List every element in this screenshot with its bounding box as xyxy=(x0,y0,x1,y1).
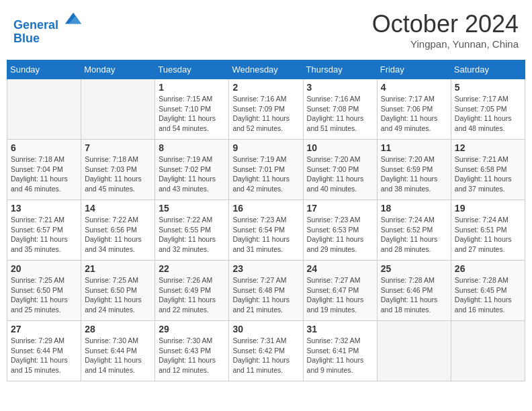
day-info: Sunrise: 7:22 AMSunset: 6:55 PMDaylight:… xyxy=(159,215,225,255)
calendar-cell: 30Sunrise: 7:31 AMSunset: 6:42 PMDayligh… xyxy=(229,321,303,381)
day-number: 3 xyxy=(307,82,373,93)
weekday-header-tuesday: Tuesday xyxy=(155,60,229,79)
day-number: 13 xyxy=(11,203,77,214)
calendar-week-5: 27Sunrise: 7:29 AMSunset: 6:44 PMDayligh… xyxy=(7,321,525,381)
calendar-cell: 1Sunrise: 7:15 AMSunset: 7:10 PMDaylight… xyxy=(155,79,229,140)
day-number: 25 xyxy=(381,263,447,274)
day-number: 7 xyxy=(85,142,151,153)
calendar-cell xyxy=(451,321,525,381)
calendar-cell xyxy=(81,79,155,140)
calendar-cell: 12Sunrise: 7:21 AMSunset: 6:58 PMDayligh… xyxy=(451,140,525,200)
calendar-table: SundayMondayTuesdayWednesdayThursdayFrid… xyxy=(7,60,525,381)
calendar-cell: 5Sunrise: 7:17 AMSunset: 7:05 PMDaylight… xyxy=(451,79,525,140)
day-info: Sunrise: 7:16 AMSunset: 7:09 PMDaylight:… xyxy=(232,94,299,134)
day-info: Sunrise: 7:27 AMSunset: 6:48 PMDaylight:… xyxy=(232,275,299,315)
calendar-week-3: 13Sunrise: 7:21 AMSunset: 6:57 PMDayligh… xyxy=(7,200,525,261)
logo-general: General xyxy=(13,18,58,32)
location: Yingpan, Yunnan, China xyxy=(372,38,519,50)
day-info: Sunrise: 7:26 AMSunset: 6:49 PMDaylight:… xyxy=(159,275,225,315)
calendar-cell xyxy=(7,79,81,140)
day-number: 28 xyxy=(85,324,151,334)
day-info: Sunrise: 7:23 AMSunset: 6:53 PMDaylight:… xyxy=(307,215,373,255)
day-number: 31 xyxy=(307,324,373,334)
day-info: Sunrise: 7:30 AMSunset: 6:44 PMDaylight:… xyxy=(85,336,151,375)
day-info: Sunrise: 7:17 AMSunset: 7:05 PMDaylight:… xyxy=(455,94,521,134)
day-info: Sunrise: 7:22 AMSunset: 6:56 PMDaylight:… xyxy=(85,215,151,255)
day-info: Sunrise: 7:24 AMSunset: 6:52 PMDaylight:… xyxy=(381,215,447,255)
calendar-cell: 21Sunrise: 7:25 AMSunset: 6:50 PMDayligh… xyxy=(81,261,155,321)
calendar-week-1: 1Sunrise: 7:15 AMSunset: 7:10 PMDaylight… xyxy=(7,79,525,140)
day-info: Sunrise: 7:20 AMSunset: 7:00 PMDaylight:… xyxy=(307,154,373,194)
calendar-week-2: 6Sunrise: 7:18 AMSunset: 7:04 PMDaylight… xyxy=(7,140,525,200)
day-number: 19 xyxy=(455,203,521,214)
calendar-cell: 31Sunrise: 7:32 AMSunset: 6:41 PMDayligh… xyxy=(303,321,377,381)
calendar-cell: 20Sunrise: 7:25 AMSunset: 6:50 PMDayligh… xyxy=(7,261,81,321)
day-info: Sunrise: 7:19 AMSunset: 7:01 PMDaylight:… xyxy=(232,154,299,194)
day-info: Sunrise: 7:18 AMSunset: 7:04 PMDaylight:… xyxy=(11,154,77,194)
day-number: 23 xyxy=(232,263,299,274)
calendar-cell: 4Sunrise: 7:17 AMSunset: 7:06 PMDaylight… xyxy=(377,79,451,140)
day-number: 6 xyxy=(11,142,77,153)
day-info: Sunrise: 7:29 AMSunset: 6:44 PMDaylight:… xyxy=(11,336,77,375)
day-number: 24 xyxy=(307,263,373,274)
day-number: 10 xyxy=(307,142,373,153)
logo-blue: Blue xyxy=(13,32,83,46)
weekday-header-friday: Friday xyxy=(377,60,451,79)
day-info: Sunrise: 7:25 AMSunset: 6:50 PMDaylight:… xyxy=(85,275,151,315)
calendar-cell xyxy=(377,321,451,381)
calendar-cell: 9Sunrise: 7:19 AMSunset: 7:01 PMDaylight… xyxy=(229,140,303,200)
day-info: Sunrise: 7:23 AMSunset: 6:54 PMDaylight:… xyxy=(232,215,299,255)
calendar-cell: 11Sunrise: 7:20 AMSunset: 6:59 PMDayligh… xyxy=(377,140,451,200)
calendar-cell: 13Sunrise: 7:21 AMSunset: 6:57 PMDayligh… xyxy=(7,200,81,261)
logo-icon xyxy=(64,10,83,29)
day-number: 18 xyxy=(381,203,447,214)
day-info: Sunrise: 7:21 AMSunset: 6:57 PMDaylight:… xyxy=(11,215,77,255)
day-info: Sunrise: 7:24 AMSunset: 6:51 PMDaylight:… xyxy=(455,215,521,255)
calendar-cell: 28Sunrise: 7:30 AMSunset: 6:44 PMDayligh… xyxy=(81,321,155,381)
weekday-header-saturday: Saturday xyxy=(451,60,525,79)
day-number: 17 xyxy=(307,203,373,214)
day-number: 26 xyxy=(455,263,521,274)
calendar-cell: 29Sunrise: 7:30 AMSunset: 6:43 PMDayligh… xyxy=(155,321,229,381)
day-info: Sunrise: 7:20 AMSunset: 6:59 PMDaylight:… xyxy=(381,154,447,194)
weekday-header-row: SundayMondayTuesdayWednesdayThursdayFrid… xyxy=(7,60,525,79)
logo: General Blue xyxy=(13,10,83,46)
calendar-cell: 25Sunrise: 7:28 AMSunset: 6:46 PMDayligh… xyxy=(377,261,451,321)
day-number: 27 xyxy=(11,324,77,334)
day-info: Sunrise: 7:17 AMSunset: 7:06 PMDaylight:… xyxy=(381,94,447,134)
day-number: 4 xyxy=(381,82,447,93)
day-info: Sunrise: 7:30 AMSunset: 6:43 PMDaylight:… xyxy=(159,336,225,375)
day-info: Sunrise: 7:16 AMSunset: 7:08 PMDaylight:… xyxy=(307,94,373,134)
month-title: October 2024 xyxy=(372,10,519,38)
weekday-header-monday: Monday xyxy=(81,60,155,79)
calendar-cell: 24Sunrise: 7:27 AMSunset: 6:47 PMDayligh… xyxy=(303,261,377,321)
day-info: Sunrise: 7:31 AMSunset: 6:42 PMDaylight:… xyxy=(232,336,299,375)
day-number: 14 xyxy=(85,203,151,214)
calendar-cell: 17Sunrise: 7:23 AMSunset: 6:53 PMDayligh… xyxy=(303,200,377,261)
calendar-cell: 23Sunrise: 7:27 AMSunset: 6:48 PMDayligh… xyxy=(229,261,303,321)
calendar-cell: 8Sunrise: 7:19 AMSunset: 7:02 PMDaylight… xyxy=(155,140,229,200)
calendar-cell: 22Sunrise: 7:26 AMSunset: 6:49 PMDayligh… xyxy=(155,261,229,321)
calendar-cell: 7Sunrise: 7:18 AMSunset: 7:03 PMDaylight… xyxy=(81,140,155,200)
weekday-header-wednesday: Wednesday xyxy=(229,60,303,79)
calendar-cell: 2Sunrise: 7:16 AMSunset: 7:09 PMDaylight… xyxy=(229,79,303,140)
title-block: October 2024 Yingpan, Yunnan, China xyxy=(372,10,519,50)
day-number: 8 xyxy=(159,142,225,153)
weekday-header-sunday: Sunday xyxy=(7,60,81,79)
day-info: Sunrise: 7:28 AMSunset: 6:46 PMDaylight:… xyxy=(381,275,447,315)
weekday-header-thursday: Thursday xyxy=(303,60,377,79)
day-info: Sunrise: 7:27 AMSunset: 6:47 PMDaylight:… xyxy=(307,275,373,315)
day-info: Sunrise: 7:28 AMSunset: 6:45 PMDaylight:… xyxy=(455,275,521,315)
day-number: 15 xyxy=(159,203,225,214)
day-number: 5 xyxy=(455,82,521,93)
day-info: Sunrise: 7:32 AMSunset: 6:41 PMDaylight:… xyxy=(307,336,373,375)
calendar-cell: 15Sunrise: 7:22 AMSunset: 6:55 PMDayligh… xyxy=(155,200,229,261)
day-number: 2 xyxy=(232,82,299,93)
day-number: 12 xyxy=(455,142,521,153)
calendar-cell: 19Sunrise: 7:24 AMSunset: 6:51 PMDayligh… xyxy=(451,200,525,261)
day-info: Sunrise: 7:18 AMSunset: 7:03 PMDaylight:… xyxy=(85,154,151,194)
day-number: 21 xyxy=(85,263,151,274)
day-number: 22 xyxy=(159,263,225,274)
calendar-cell: 18Sunrise: 7:24 AMSunset: 6:52 PMDayligh… xyxy=(377,200,451,261)
day-number: 29 xyxy=(159,324,225,334)
